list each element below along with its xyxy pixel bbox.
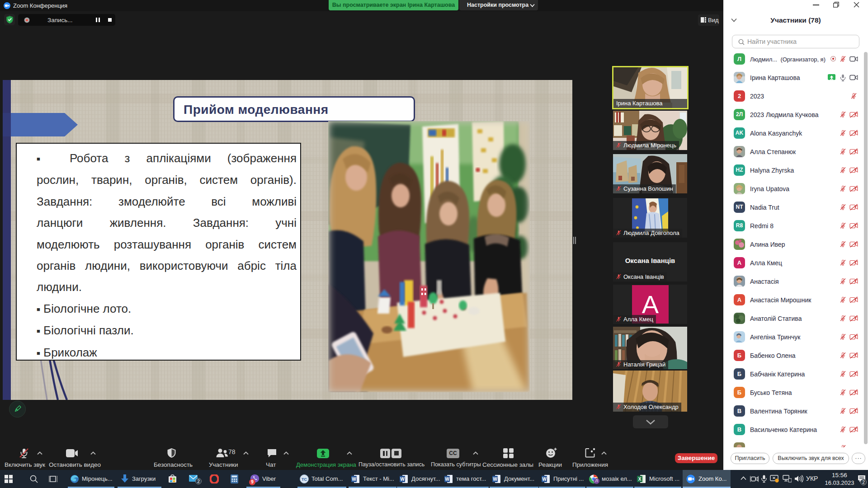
svg-text:TC: TC — [302, 477, 307, 482]
svg-text:X: X — [638, 477, 642, 482]
svg-text:W: W — [445, 477, 449, 482]
svg-text:W: W — [493, 477, 497, 482]
svg-text:W: W — [542, 477, 547, 482]
svg-text:W: W — [352, 477, 356, 482]
svg-text:W: W — [400, 477, 405, 482]
